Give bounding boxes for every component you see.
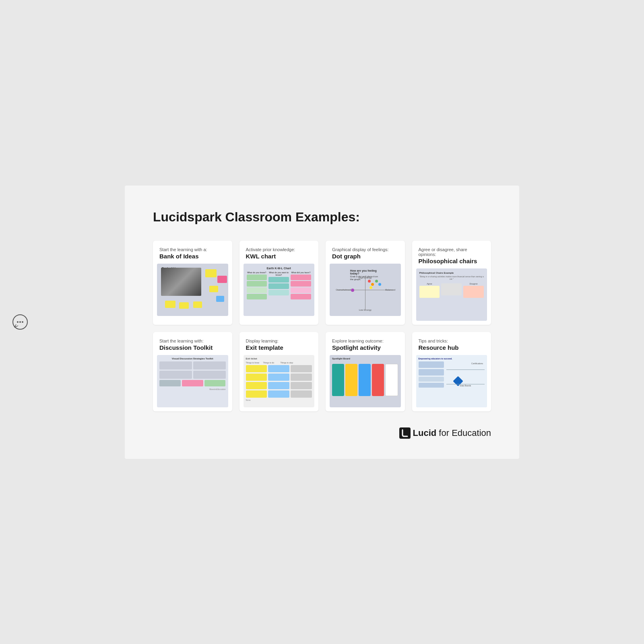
kwl-header-l: What did you learn? bbox=[291, 271, 311, 274]
spotlight-preview: Spotlight Board bbox=[330, 355, 401, 407]
res-box bbox=[419, 361, 444, 368]
card-subtitle: Start the learning with: bbox=[159, 339, 226, 343]
disc-bottom-item bbox=[159, 380, 181, 386]
kwl-col-w: What do you want to know? bbox=[268, 271, 289, 299]
bank-image bbox=[161, 268, 201, 296]
disc-bottom-item bbox=[204, 380, 226, 386]
sp-col-yellow bbox=[345, 364, 357, 396]
card-preview: Exit ticket Things to know Things to do … bbox=[244, 355, 315, 407]
card-title: Discussion Toolkit bbox=[159, 344, 226, 351]
exit-title: Exit ticket bbox=[246, 357, 312, 360]
kwl-sticky bbox=[247, 287, 267, 293]
graph-dot bbox=[375, 280, 378, 283]
footer-text: Lucid for Education bbox=[413, 428, 491, 438]
kwl-header-k: What do you know? bbox=[247, 271, 267, 274]
exit-row: Things to know Things to do Things to st… bbox=[246, 361, 312, 364]
card-preview: Earth K-W-L Chart What do you know? What… bbox=[244, 264, 315, 316]
card-preview: How are you feeling today?Grab a dot and… bbox=[330, 264, 401, 316]
sp-col-white bbox=[385, 364, 398, 396]
disc-cell bbox=[193, 361, 226, 369]
page-container: Lucidspark Classroom Examples: Start the… bbox=[125, 186, 519, 459]
chat-icon[interactable] bbox=[12, 314, 28, 330]
phil-label: Philosophical Chairs Example bbox=[419, 272, 484, 274]
exit-label: None bbox=[246, 399, 312, 401]
card-header: Explore learning outcome: Spotlight acti… bbox=[326, 332, 405, 355]
res-box bbox=[419, 369, 444, 376]
res-left bbox=[419, 361, 444, 388]
exit-col-label: Things to know bbox=[246, 361, 262, 364]
phil-col-agree: Agree bbox=[419, 283, 440, 298]
card-preview: Visual Discussion Strategies Toolkit Mae… bbox=[157, 355, 228, 407]
exit-box bbox=[291, 390, 312, 398]
card-subtitle: Agree or disagree, share opinions: bbox=[419, 247, 485, 257]
card-title: Exit template bbox=[246, 344, 312, 351]
kwl-sticky bbox=[247, 275, 267, 280]
sp-col-teal bbox=[332, 364, 344, 396]
kwl-sticky bbox=[291, 294, 311, 299]
exit-row bbox=[246, 365, 312, 372]
svg-point-2 bbox=[19, 321, 21, 323]
exit-box bbox=[291, 365, 312, 372]
card-header: Display learning: Exit template bbox=[239, 332, 319, 355]
kwl-sticky bbox=[291, 281, 311, 287]
exit-box bbox=[268, 390, 289, 398]
res-label: Data Boards bbox=[460, 384, 471, 387]
kwl-sticky bbox=[291, 287, 311, 293]
spotlight-label: Spotlight Board bbox=[332, 357, 398, 360]
card-bank-of-ideas[interactable]: Start the learning with a: Bank of Ideas… bbox=[153, 241, 232, 325]
res-content: Certifications Data Boards bbox=[419, 361, 485, 388]
kwl-header-w: What do you want to know? bbox=[268, 271, 289, 276]
kwl-sticky bbox=[268, 290, 289, 295]
discussion-preview: Visual Discussion Strategies Toolkit Mae… bbox=[157, 355, 228, 407]
exit-box bbox=[268, 365, 289, 372]
card-spotlight-activity[interactable]: Explore learning outcome: Spotlight acti… bbox=[326, 332, 405, 411]
svg-point-1 bbox=[17, 321, 19, 323]
page-title: Lucidspark Classroom Examples: bbox=[153, 210, 491, 225]
sticky-note bbox=[217, 276, 227, 283]
graph-dot bbox=[378, 283, 381, 286]
cards-row-2: Start the learning with: Discussion Tool… bbox=[153, 332, 491, 411]
label-low-energy: Low Energy bbox=[359, 309, 372, 311]
card-resource-hub[interactable]: Tips and tricks: Resource hub Empowering… bbox=[412, 332, 491, 411]
sticky-note bbox=[216, 296, 224, 302]
exit-box bbox=[268, 382, 289, 389]
disc-cell bbox=[193, 371, 226, 379]
resource-preview: Empowering educators to succeed. Certifi… bbox=[416, 355, 487, 407]
card-header: Tips and tricks: Resource hub bbox=[412, 332, 491, 355]
res-arrow-line bbox=[446, 369, 485, 370]
card-philosophical-chairs[interactable]: Agree or disagree, share opinions: Philo… bbox=[412, 241, 491, 325]
card-subtitle: Activate prior knowledge: bbox=[246, 247, 312, 252]
kwl-chart-title: Earth K-W-L Chart bbox=[267, 267, 291, 270]
label-overwhelmed: Overwhelmed bbox=[336, 289, 351, 291]
dot-preview: How are you feeling today?Grab a dot and… bbox=[330, 264, 401, 316]
lucid-icon bbox=[399, 427, 411, 439]
sticky-note bbox=[179, 302, 189, 309]
card-title: KWL chart bbox=[246, 253, 312, 260]
kwl-sticky bbox=[268, 277, 289, 283]
agree-card bbox=[419, 286, 440, 298]
sticky-note bbox=[209, 286, 218, 292]
exit-box bbox=[246, 382, 267, 389]
disagree-label: Disagree bbox=[463, 283, 484, 285]
card-exit-template[interactable]: Display learning: Exit template Exit tic… bbox=[239, 332, 319, 411]
res-box bbox=[419, 377, 444, 382]
kwl-col-k: What do you know? bbox=[247, 271, 267, 299]
exit-box bbox=[291, 382, 312, 389]
res-title: Empowering educators to succeed. bbox=[419, 357, 485, 360]
disc-bottom-item bbox=[182, 380, 203, 386]
sp-col-red bbox=[372, 364, 384, 396]
card-subtitle: Display learning: bbox=[246, 339, 312, 343]
lucid-logo: Lucid for Education bbox=[399, 427, 491, 439]
card-discussion-toolkit[interactable]: Start the learning with: Discussion Tool… bbox=[153, 332, 232, 411]
exit-box bbox=[246, 374, 267, 381]
sticky-note bbox=[205, 269, 217, 277]
disc-grid bbox=[159, 361, 226, 379]
card-subtitle: Start the learning with a: bbox=[159, 247, 226, 252]
card-subtitle: Tips and tricks: bbox=[419, 339, 485, 343]
kwl-columns: What do you know? What do you want to kn… bbox=[247, 271, 312, 299]
res-certifications: Certifications bbox=[471, 362, 483, 365]
kwl-preview: Earth K-W-L Chart What do you know? What… bbox=[244, 264, 315, 316]
card-dot-graph[interactable]: Graphical display of feelings: Dot graph… bbox=[326, 241, 405, 325]
card-title: Bank of Ideas bbox=[159, 253, 226, 260]
card-kwl-chart[interactable]: Activate prior knowledge: KWL chart Eart… bbox=[239, 241, 319, 325]
